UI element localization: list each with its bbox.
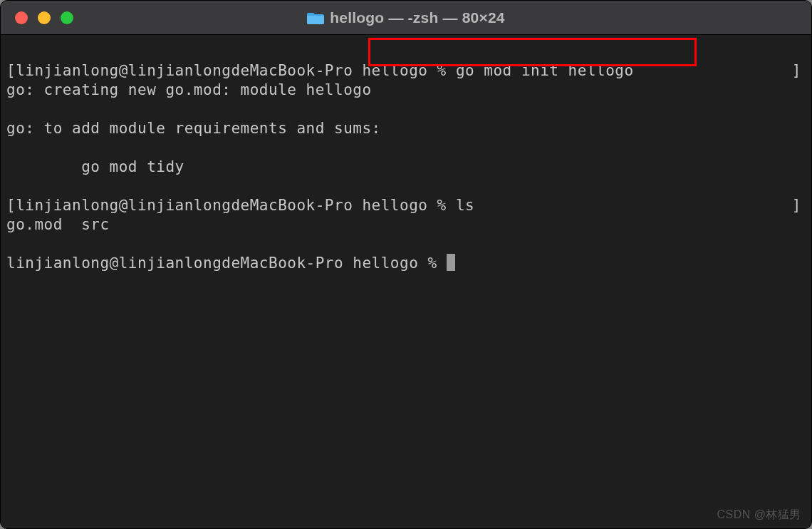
terminal-line: go.mod src xyxy=(6,215,806,235)
bracket-right: ] xyxy=(792,61,801,81)
terminal-line: [linjianlong@linjianlongdeMacBook-Pro he… xyxy=(6,196,806,215)
minimize-button[interactable] xyxy=(38,11,51,24)
window-title: hellogo — -zsh — 80×24 xyxy=(330,9,504,26)
command-text: go mod init hellogo xyxy=(456,62,634,79)
terminal-line: linjianlong@linjianlongdeMacBook-Pro hel… xyxy=(6,254,806,273)
terminal-window: hellogo — -zsh — 80×24 [linjianlong@linj… xyxy=(0,0,812,529)
prompt-text: linjianlong@linjianlongdeMacBook-Pro hel… xyxy=(6,255,447,272)
zoom-button[interactable] xyxy=(61,11,73,24)
traffic-lights xyxy=(1,11,73,24)
terminal-line: [linjianlong@linjianlongdeMacBook-Pro he… xyxy=(6,61,806,81)
terminal-line: go mod tidy xyxy=(6,158,806,177)
cursor xyxy=(447,254,455,271)
terminal-line: go: to add module requirements and sums: xyxy=(6,119,806,138)
folder-icon xyxy=(307,11,324,25)
command-text: ls xyxy=(456,197,474,214)
prompt-text: [linjianlong@linjianlongdeMacBook-Pro he… xyxy=(6,197,456,214)
titlebar[interactable]: hellogo — -zsh — 80×24 xyxy=(1,1,811,35)
terminal-line: go: creating new go.mod: module hellogo xyxy=(6,81,806,100)
prompt-text: [linjianlong@linjianlongdeMacBook-Pro he… xyxy=(6,62,456,79)
watermark: CSDN @林猛男 xyxy=(717,505,801,524)
bracket-right: ] xyxy=(792,196,801,215)
title-center: hellogo — -zsh — 80×24 xyxy=(1,9,811,26)
terminal-body[interactable]: [linjianlong@linjianlongdeMacBook-Pro he… xyxy=(1,35,811,528)
close-button[interactable] xyxy=(15,11,28,24)
